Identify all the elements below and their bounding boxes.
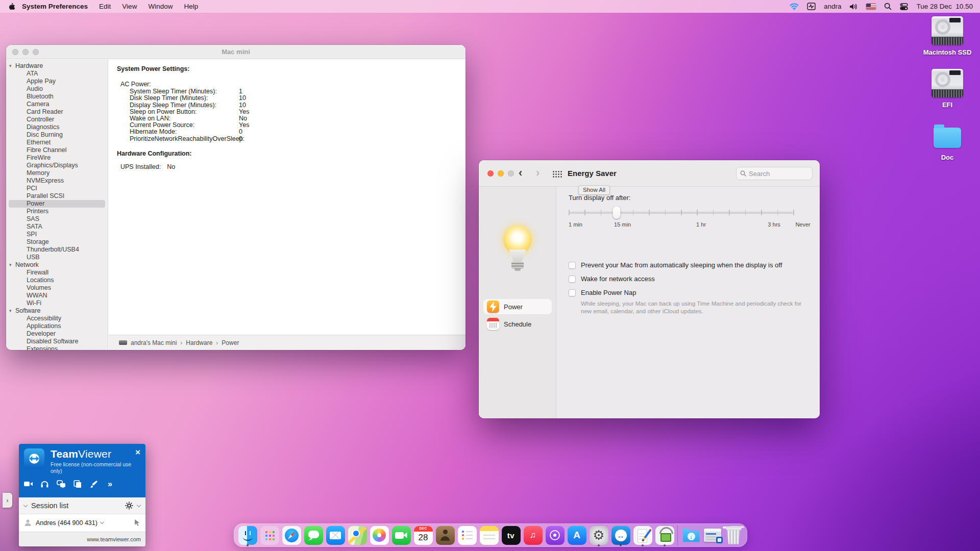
sidebar-item[interactable]: Camera xyxy=(6,101,108,108)
zoom-window-button[interactable] xyxy=(33,49,39,55)
menu-item[interactable]: Help xyxy=(178,3,204,10)
appletv[interactable]: tv xyxy=(502,523,521,547)
show-all-tooltip[interactable]: Show All xyxy=(578,185,610,195)
trash[interactable] xyxy=(724,523,743,547)
menu-item[interactable]: System Preferences xyxy=(18,3,93,10)
finder[interactable] xyxy=(238,523,257,547)
sidebar-item[interactable]: USB xyxy=(6,254,108,261)
minimized-window[interactable] xyxy=(704,523,721,547)
sidebar-item[interactable]: Bluetooth xyxy=(6,93,108,101)
sidebar-item[interactable]: Power xyxy=(9,200,105,208)
sidebar-item[interactable]: PCI xyxy=(6,185,108,192)
sidebar-item[interactable]: SPI xyxy=(6,231,108,238)
breadcrumb-computer[interactable]: andra's Mac mini xyxy=(131,339,177,346)
sidebar-item-power[interactable]: Power xyxy=(483,299,552,314)
teamviewer-edge-tab[interactable] xyxy=(3,493,12,508)
sidebar-item-schedule[interactable]: Schedule xyxy=(483,316,552,332)
search-field[interactable] xyxy=(736,167,813,180)
spotlight-search-icon[interactable] xyxy=(884,3,892,10)
connect-cursor-icon[interactable] xyxy=(133,519,140,527)
close-icon[interactable] xyxy=(135,448,140,457)
breadcrumb-power[interactable]: Power xyxy=(222,339,239,346)
checkbox[interactable] xyxy=(569,262,576,269)
photos[interactable] xyxy=(370,523,389,547)
sidebar-item[interactable]: Graphics/Displays xyxy=(6,162,108,169)
session-row[interactable]: Andres (464 900 431) xyxy=(19,514,145,531)
sidebar-item[interactable]: Disabled Software xyxy=(6,338,108,345)
desktop-icon[interactable]: Macintosh SSD xyxy=(919,15,976,56)
display-off-slider[interactable] xyxy=(569,206,793,220)
zoom-window-button-disabled[interactable] xyxy=(508,170,514,177)
desktop-icon[interactable]: EFI xyxy=(919,68,976,109)
sidebar-item[interactable]: Controller xyxy=(6,116,108,123)
sidebar-item[interactable]: Network xyxy=(6,261,108,269)
menu-item[interactable]: Window xyxy=(142,3,178,10)
sidebar-item[interactable]: Storage xyxy=(6,238,108,246)
sidebar-item[interactable]: Audio xyxy=(6,85,108,93)
sidebar-item[interactable]: Hardware xyxy=(6,62,108,70)
facetime[interactable] xyxy=(392,523,411,547)
sidebar-item[interactable]: Accessibility xyxy=(6,315,108,322)
headset-icon[interactable] xyxy=(39,479,50,489)
reminders[interactable] xyxy=(458,523,477,547)
music[interactable]: ♫ xyxy=(524,523,543,547)
show-all-grid-icon[interactable] xyxy=(552,170,562,178)
toolkit[interactable] xyxy=(633,523,652,547)
podcasts[interactable] xyxy=(546,523,565,547)
sidebar-item[interactable]: Software xyxy=(6,307,108,315)
menu-bar-clock[interactable]: Tue 28 Dec 10.50 xyxy=(916,3,973,10)
sidebar-item[interactable]: Apple Pay xyxy=(6,78,108,85)
sidebar-item[interactable]: Locations xyxy=(6,277,108,284)
divider[interactable] xyxy=(677,523,679,547)
sidebar-item[interactable]: SAS xyxy=(6,215,108,223)
breadcrumb-hardware[interactable]: Hardware xyxy=(186,339,212,346)
sidebar-item[interactable]: Developer xyxy=(6,330,108,338)
maps[interactable] xyxy=(348,523,367,547)
teamviewer[interactable]: ↔ xyxy=(611,523,630,547)
back-button[interactable]: ‹ xyxy=(519,166,522,180)
duplicate-icon[interactable] xyxy=(72,479,83,489)
messages[interactable] xyxy=(304,523,323,547)
checkbox[interactable] xyxy=(569,289,576,296)
logged-in-user[interactable]: andra xyxy=(824,3,842,10)
activity-monitor-icon[interactable] xyxy=(807,3,816,10)
sidebar-item[interactable]: SATA xyxy=(6,223,108,231)
sidebar-item[interactable]: FireWire xyxy=(6,154,108,162)
session-list-header[interactable]: Session list xyxy=(19,497,145,514)
close-window-button[interactable] xyxy=(12,49,18,55)
teamviewer-website-link[interactable]: www.teamviewer.com xyxy=(87,536,141,542)
more-icon[interactable]: » xyxy=(105,479,115,489)
appstore[interactable]: A xyxy=(568,523,586,547)
keyboard-layout-us-flag-icon[interactable] xyxy=(866,4,876,10)
apple-logo-icon[interactable] xyxy=(7,2,15,11)
forward-button[interactable]: › xyxy=(536,166,540,180)
contacts[interactable] xyxy=(436,523,455,547)
sidebar-item[interactable]: Applications xyxy=(6,322,108,330)
minimize-window-button[interactable] xyxy=(498,170,504,177)
sidebar-item[interactable]: Ethernet xyxy=(6,139,108,146)
notes[interactable] xyxy=(480,523,499,547)
video-call-icon[interactable] xyxy=(23,479,34,489)
control-center-icon[interactable] xyxy=(900,3,908,10)
sidebar-item[interactable]: Card Reader xyxy=(6,108,108,116)
desktop-icon[interactable]: Doc xyxy=(919,120,976,161)
sidebar-item[interactable]: Thunderbolt/USB4 xyxy=(6,246,108,254)
safari[interactable] xyxy=(282,523,301,547)
sidebar-item[interactable]: Wi-Fi xyxy=(6,299,108,307)
menu-item[interactable]: View xyxy=(116,3,142,10)
sidebar-item[interactable]: Firewall xyxy=(6,269,108,277)
wifi-icon[interactable] xyxy=(790,3,799,10)
sidebar-item[interactable]: Disc Burning xyxy=(6,131,108,139)
sidebar-item[interactable]: Fibre Channel xyxy=(6,146,108,154)
mail[interactable] xyxy=(326,523,345,547)
gear-icon[interactable] xyxy=(125,502,133,510)
sidebar-item[interactable]: Diagnostics xyxy=(6,123,108,131)
sidebar-item[interactable]: Printers xyxy=(6,208,108,215)
chat-icon[interactable] xyxy=(56,479,66,489)
close-window-button[interactable] xyxy=(487,170,494,177)
sidebar-item[interactable]: Parallel SCSI xyxy=(6,192,108,200)
sidebar-item[interactable]: Extensions xyxy=(6,345,108,350)
system-information-titlebar[interactable]: Mac mini xyxy=(6,45,465,59)
volume-icon[interactable] xyxy=(849,3,858,10)
sidebar-item[interactable]: Volumes xyxy=(6,284,108,292)
